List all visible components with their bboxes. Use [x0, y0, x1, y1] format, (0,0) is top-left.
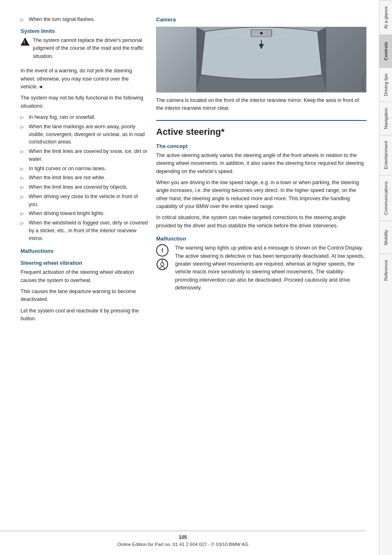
page-footer: 105 Online Edition for Part no. 01 41 2 … — [0, 531, 366, 547]
top-bullet-item: When the turn signal flashes. — [21, 16, 148, 22]
steering-wheel-icon — [156, 258, 168, 271]
bullet-item: When the limit lines are covered by obje… — [21, 183, 148, 191]
tab-controls[interactable]: Controls — [379, 35, 392, 67]
svg-point-5 — [261, 32, 262, 34]
tab-driving-tips[interactable]: Driving tips — [379, 67, 392, 102]
steering-wheel-vibration-heading: Steering wheel vibration — [21, 260, 148, 266]
page-number: 105 — [0, 534, 366, 540]
bullet-item: When driving toward bright lights. — [21, 210, 148, 217]
camera-heading: Camera — [156, 16, 367, 23]
tab-navigation[interactable]: Navigation — [379, 102, 392, 135]
warning-text: The system cannot replace the driver's p… — [33, 37, 148, 60]
concept-body2: When you are driving in the low speed ra… — [156, 179, 367, 211]
concept-subheading: The concept — [156, 143, 367, 149]
bullet-item: When the windshield is fogged over, dirt… — [21, 219, 148, 242]
system-limits-body1: In the event of a warning, do not jerk t… — [21, 67, 148, 91]
bullet-item: When driving very close to the vehicle i… — [21, 193, 148, 208]
tab-at-a-glance[interactable]: At a glance — [379, 0, 392, 35]
malfunction-body: The warning lamp lights up yellow and a … — [175, 244, 367, 292]
bullet-item: In tight curves or on narrow lanes. — [21, 165, 148, 173]
malfunction-icon-area: ! The warning lamp lights up yellow and … — [156, 244, 367, 295]
malfunction-subheading: Malfunction — [156, 236, 367, 242]
bullet-item: When the lane markings are worn away, po… — [21, 123, 148, 146]
main-content: When the turn signal flashes. System lim… — [0, 0, 379, 555]
tab-entertainment[interactable]: Entertainment — [379, 135, 392, 175]
bullet-item: When the limit lines are covered by snow… — [21, 148, 148, 163]
warning-circle-icon: ! — [156, 244, 168, 257]
camera-caption: The camera is located on the front of th… — [156, 97, 367, 113]
system-limits-bullets: In heavy fog, rain or snowfall. When the… — [21, 113, 148, 242]
windshield-svg — [157, 27, 366, 92]
svg-line-11 — [162, 266, 165, 269]
svg-point-8 — [161, 263, 164, 266]
concept-body3: In critical situations, the system can m… — [156, 214, 367, 230]
system-limits-heading: System limits — [21, 28, 148, 34]
bullet-item: When the limit lines are not white. — [21, 174, 148, 182]
steering-vibration-body2: This causes the lane departure warning t… — [21, 288, 148, 304]
left-column: When the turn signal flashes. System lim… — [21, 16, 148, 543]
steering-vibration-body1: Frequent activation of the steering whee… — [21, 268, 148, 284]
sidebar-tabs: At a glance Controls Driving tips Naviga… — [379, 0, 392, 555]
steering-vibration-body3: Let the system cool and reactivate it by… — [21, 307, 148, 323]
warning-block: The system cannot replace the driver's p… — [21, 37, 148, 64]
system-limits-body2: The system may not be fully functional i… — [21, 94, 148, 110]
tab-mobility[interactable]: Mobility — [379, 221, 392, 254]
malfunctions-heading: Malfunctions — [21, 248, 148, 254]
malfunction-icons: ! — [156, 244, 168, 271]
bullet-item: In heavy fog, rain or snowfall. — [21, 113, 148, 121]
concept-body1: The active steering actively varies the … — [156, 152, 367, 176]
warning-triangle-icon — [21, 37, 30, 46]
footer-text: Online Edition for Part no. 01 41 2 604 … — [117, 542, 248, 547]
right-column: Camera — [156, 16, 367, 543]
tab-reference[interactable]: Reference — [379, 254, 392, 287]
image-credit: 00520106 — [361, 76, 364, 90]
tab-communications[interactable]: Communications — [379, 175, 392, 221]
camera-image: 00520106 — [156, 27, 367, 92]
svg-line-10 — [159, 266, 162, 269]
active-steering-title: Active steering* — [156, 120, 367, 137]
